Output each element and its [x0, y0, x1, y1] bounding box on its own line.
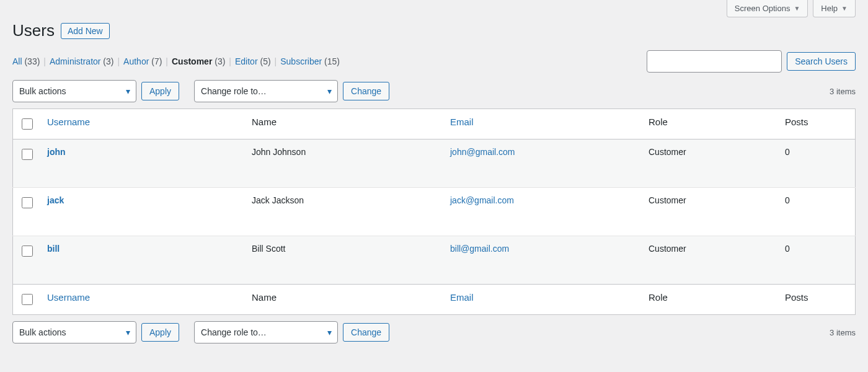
bulk-apply-button-bottom[interactable]: Apply	[141, 323, 179, 342]
column-footer-username[interactable]: Username	[47, 292, 90, 303]
role-filter-all-count: (33)	[22, 56, 40, 66]
table-row: jackJack Jacksonjack@gmail.comCustomer0	[13, 188, 856, 236]
role-filter-administrator[interactable]: Administrator	[50, 56, 100, 66]
role-filter-author-count: (7)	[149, 56, 162, 66]
bulk-apply-button[interactable]: Apply	[141, 82, 179, 100]
help-tab[interactable]: Help ▼	[813, 0, 856, 17]
chevron-down-icon: ▼	[841, 5, 848, 12]
column-footer-email[interactable]: Email	[450, 292, 474, 303]
add-new-button[interactable]: Add New	[61, 23, 110, 39]
users-table: Username Name Email Role Posts johnJohn …	[12, 108, 856, 315]
row-checkbox[interactable]	[22, 246, 33, 257]
column-header-name: Name	[246, 109, 444, 140]
change-role-select[interactable]: Change role to…	[194, 80, 338, 102]
change-role-select-bottom[interactable]: Change role to…	[194, 321, 338, 343]
email-link[interactable]: john@gmail.com	[450, 147, 515, 157]
help-label: Help	[821, 4, 838, 13]
row-checkbox[interactable]	[22, 149, 33, 160]
bulk-actions-select[interactable]: Bulk actions	[12, 80, 136, 102]
column-header-posts: Posts	[779, 109, 856, 140]
screen-options-tab[interactable]: Screen Options ▼	[727, 0, 808, 17]
bulk-actions-select-bottom[interactable]: Bulk actions	[12, 321, 136, 343]
role-filter-editor[interactable]: Editor	[235, 56, 258, 66]
role-filter-author[interactable]: Author	[123, 56, 149, 66]
username-link[interactable]: jack	[47, 195, 64, 205]
column-header-username[interactable]: Username	[47, 117, 90, 127]
search-users-input[interactable]	[647, 50, 782, 73]
posts-cell: 0	[779, 140, 856, 188]
role-filter-editor-count: (5)	[258, 56, 271, 66]
column-footer-role: Role	[642, 285, 779, 315]
role-filter-subscriber[interactable]: Subscriber	[280, 56, 322, 66]
table-row: billBill Scottbill@gmail.comCustomer0	[13, 236, 856, 285]
items-count-bottom: 3 items	[830, 328, 856, 337]
role-filter-administrator-count: (3)	[100, 56, 113, 66]
role-filter-links: All (33)|Administrator (3)|Author (7)|Cu…	[12, 56, 340, 66]
role-cell: Customer	[642, 188, 779, 236]
search-users-button[interactable]: Search Users	[787, 52, 856, 71]
role-filter-customer-count: (3)	[212, 56, 225, 66]
role-filter-customer[interactable]: Customer	[172, 56, 212, 66]
name-cell: Jack Jackson	[246, 188, 444, 236]
page-title: Users	[12, 21, 55, 40]
items-count-top: 3 items	[830, 87, 856, 96]
column-header-role: Role	[642, 109, 779, 140]
posts-cell: 0	[779, 188, 856, 236]
role-cell: Customer	[642, 236, 779, 285]
select-all-top-checkbox[interactable]	[22, 118, 33, 130]
name-cell: Bill Scott	[246, 236, 444, 285]
table-row: johnJohn Johnsonjohn@gmail.comCustomer0	[13, 140, 856, 188]
change-role-button-bottom[interactable]: Change	[343, 323, 389, 342]
role-filter-subscriber-count: (15)	[322, 56, 340, 66]
row-checkbox[interactable]	[22, 197, 33, 208]
role-filter-all[interactable]: All	[12, 56, 22, 66]
chevron-down-icon: ▼	[794, 5, 800, 12]
posts-cell: 0	[779, 236, 856, 285]
username-link[interactable]: bill	[47, 244, 60, 254]
role-cell: Customer	[642, 140, 779, 188]
column-header-email[interactable]: Email	[450, 117, 474, 127]
select-all-bottom-checkbox[interactable]	[22, 294, 33, 305]
name-cell: John Johnson	[246, 140, 444, 188]
username-link[interactable]: john	[47, 147, 66, 157]
change-role-button[interactable]: Change	[343, 82, 389, 100]
email-link[interactable]: jack@gmail.com	[450, 195, 514, 205]
email-link[interactable]: bill@gmail.com	[450, 244, 509, 254]
column-footer-posts: Posts	[779, 285, 856, 315]
column-footer-name: Name	[246, 285, 444, 315]
screen-options-label: Screen Options	[735, 4, 790, 13]
